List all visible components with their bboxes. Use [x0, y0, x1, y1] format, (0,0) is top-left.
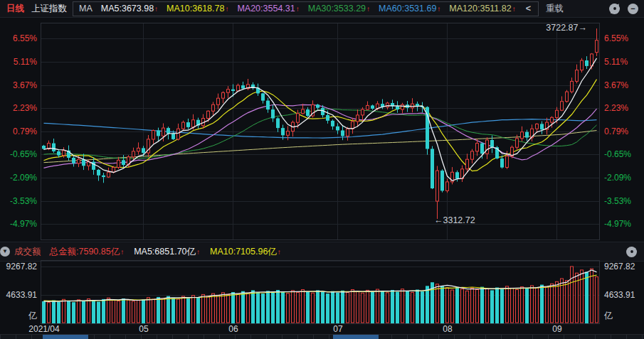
timeline-scrollbar[interactable]	[0, 334, 644, 339]
price-tick-label: -4.97%	[604, 218, 643, 230]
volume-tick-label: 9267.82	[604, 261, 643, 272]
price-tick-label: 3.67%	[0, 80, 37, 91]
ma60-legend: MA60:3531.69↑	[379, 4, 440, 14]
price-tick-label: -4.97%	[0, 218, 37, 230]
reload-button[interactable]: 重载	[546, 3, 564, 15]
price-tick-label: 2.23%	[604, 102, 643, 114]
volume-panel-header: ▼ 成交额 总金额:7590.85亿↑MA5:6851.70亿↑MA10:710…	[0, 242, 644, 262]
volume-panel-icons: ×	[626, 247, 637, 257]
ma-legend-items: MA5:3673.98↑MA10:3618.78↑MA20:3554.31↑MA…	[101, 4, 516, 14]
ma-group-label: MA	[79, 4, 93, 14]
volume-chart-plot[interactable]	[41, 260, 600, 324]
ma10-legend: MA10:3618.78↑	[167, 4, 228, 14]
nav-range-highlight[interactable]	[43, 335, 88, 339]
time-axis-label: 08	[443, 324, 452, 334]
price-tick-label: 6.55%	[0, 33, 37, 44]
volume-unit-label: 亿	[604, 310, 643, 321]
symbol-name[interactable]: 上证指数	[31, 3, 67, 15]
price-tick-label: 5.11%	[0, 56, 37, 68]
volume-chart-panel: 9267.829267.824633.914633.91亿亿	[0, 260, 644, 324]
price-tick-label: -0.65%	[604, 149, 643, 160]
period-high-annotation: 3722.87→	[537, 23, 587, 33]
volume-settings-gear-icon[interactable]	[626, 246, 638, 257]
price-tick-label: 3.67%	[604, 80, 643, 91]
ma-indicator-bar[interactable]: MA MA5:3673.98↑MA10:3618.78↑MA20:3554.31…	[73, 1, 539, 16]
zoom-out-icon[interactable]: −	[628, 4, 638, 14]
ma20-legend: MA20:3554.31↑	[237, 4, 299, 14]
period-low-annotation: ←3312.72	[434, 215, 475, 225]
time-axis: 2021/040506070809	[0, 324, 644, 334]
price-tick-label: -0.65%	[0, 149, 37, 160]
time-axis-label: 09	[552, 324, 561, 334]
price-chart-panel: 3722.87→ ←3312.72 6.55%6.55%5.11%5.11%3.…	[0, 17, 644, 242]
volume-legend-items: 总金额:7590.85亿↑MA5:6851.70亿↑MA10:7105.96亿↑	[50, 246, 281, 258]
price-tick-label: 5.11%	[604, 56, 643, 68]
time-axis-label: 2021/04	[28, 324, 59, 334]
price-tick-label: 0.79%	[604, 126, 643, 137]
volume-tick-label: 9267.82	[0, 261, 37, 272]
stock-chart-app: 日线 上证指数 MA MA5:3673.98↑MA10:3618.78↑MA20…	[0, 0, 644, 339]
toolbar: 日线 上证指数 MA MA5:3673.98↑MA10:3618.78↑MA20…	[0, 0, 644, 18]
price-tick-label: -3.53%	[604, 195, 643, 207]
price-tick-label: 6.55%	[604, 33, 643, 44]
price-tick-label: 0.79%	[0, 126, 37, 137]
price-tick-label: -2.09%	[0, 172, 37, 183]
nav-range-highlight[interactable]	[333, 335, 379, 339]
toolbar-icons: + −	[609, 4, 638, 14]
price-chart-plot[interactable]	[41, 17, 600, 240]
ma30-legend: MA30:3533.29↑	[308, 4, 370, 14]
collapse-chevron-icon[interactable]: <	[524, 4, 532, 14]
price-tick-label: -2.09%	[604, 172, 643, 183]
time-axis-label: 07	[333, 324, 342, 334]
total-amount-legend: 总金额:7590.85亿↑	[50, 246, 125, 258]
ma5-legend: MA5:3673.98↑	[101, 4, 158, 14]
vol-ma5-legend: MA5:6851.70亿↑	[134, 246, 200, 258]
collapse-panel-icon[interactable]: ▼	[0, 247, 10, 257]
volume-unit-label: 亿	[0, 310, 37, 321]
vol-ma10-legend: MA10:7105.96亿↑	[210, 246, 281, 258]
time-axis-label: 05	[139, 324, 148, 334]
price-tick-label: -3.53%	[0, 195, 37, 207]
period-selector[interactable]: 日线	[6, 3, 24, 15]
settings-gear-icon[interactable]	[609, 3, 621, 14]
volume-tick-label: 4633.91	[604, 289, 643, 301]
volume-tick-label: 4633.91	[0, 289, 37, 301]
price-tick-label: 2.23%	[0, 102, 37, 114]
ma120-legend: MA120:3511.82↑	[449, 4, 515, 14]
time-axis-label: 06	[228, 324, 238, 334]
volume-panel-title[interactable]: 成交额	[14, 246, 41, 258]
